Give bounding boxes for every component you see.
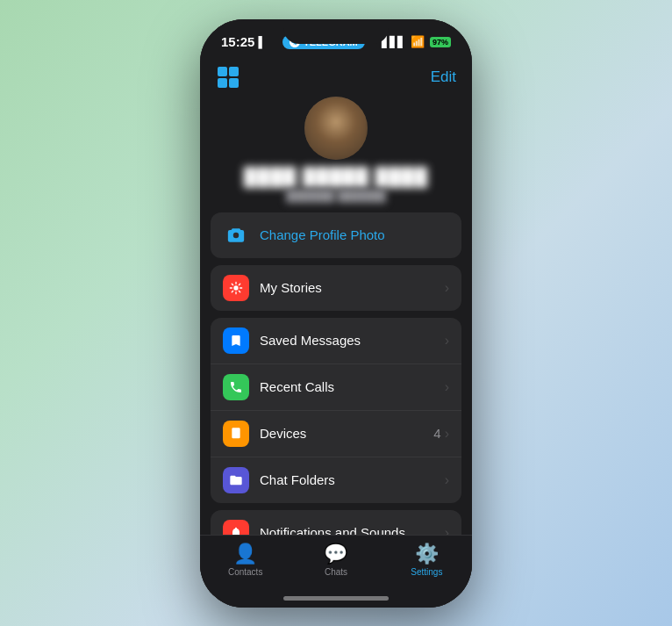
chat-folders-item[interactable]: Chat Folders › — [211, 457, 461, 503]
profile-phone: ██████ ██████ — [286, 189, 386, 202]
devices-badge: 4 — [433, 426, 440, 441]
contacts-icon: 👤 — [233, 543, 257, 565]
svg-point-2 — [235, 435, 236, 436]
settings-icon: ⚙️ — [415, 543, 439, 565]
notifications-label: Notifications and Sounds — [260, 525, 445, 535]
recent-calls-item[interactable]: Recent Calls › — [211, 364, 461, 411]
edit-button[interactable]: Edit — [431, 68, 456, 86]
profile-section: ████ █████ ████ ██████ ██████ — [200, 90, 472, 212]
phone-screen: 15:25 ▌ TELEGRAM ▋▋▋ 📶 97% — [200, 19, 472, 608]
notifications-item[interactable]: Notifications and Sounds › — [211, 510, 461, 535]
devices-label: Devices — [260, 426, 433, 441]
chats-icon: 💬 — [324, 543, 347, 565]
tab-settings[interactable]: ⚙️ Settings — [382, 543, 472, 577]
saved-icon — [223, 327, 249, 354]
chat-folders-chevron: › — [445, 472, 449, 488]
notch — [283, 19, 389, 44]
phone-container: 👈 15:25 ▌ TELEGRAM ▋▋▋ 📶 97% — [200, 19, 472, 608]
qr-icon[interactable] — [216, 65, 240, 90]
camera-icon — [223, 222, 249, 248]
section-stories: My Stories › — [211, 265, 461, 311]
change-photo-label: Change Profile Photo — [260, 227, 385, 242]
my-stories-chevron: › — [445, 280, 449, 296]
calls-icon — [223, 374, 249, 400]
status-right: ▋▋▋ 📶 97% — [382, 35, 451, 48]
recent-calls-label: Recent Calls — [260, 379, 445, 394]
notifications-icon — [223, 520, 249, 535]
saved-messages-item[interactable]: Saved Messages › — [211, 318, 461, 364]
sim-icon: ▌ — [258, 36, 266, 48]
section-settings: Notifications and Sounds › Privacy and S… — [211, 510, 461, 535]
chats-label: Chats — [325, 567, 347, 577]
recent-calls-chevron: › — [445, 379, 449, 395]
devices-chevron: › — [445, 426, 449, 442]
header: Edit — [200, 58, 472, 90]
settings-label: Settings — [411, 567, 442, 577]
my-stories-label: My Stories — [260, 280, 445, 295]
tab-chats[interactable]: 💬 Chats — [290, 543, 381, 577]
notifications-chevron: › — [445, 525, 449, 535]
contacts-label: Contacts — [228, 567, 262, 577]
saved-chevron: › — [445, 333, 449, 349]
folders-icon — [223, 467, 249, 493]
my-stories-item[interactable]: My Stories › — [211, 265, 461, 311]
wifi-icon: 📶 — [411, 35, 425, 48]
avatar — [304, 97, 368, 160]
devices-icon — [223, 421, 249, 447]
profile-name: ████ █████ ████ — [244, 167, 428, 187]
status-time: 15:25 ▌ — [221, 34, 266, 49]
menu-sections: Change Profile Photo My Stories › — [200, 212, 472, 535]
stories-icon — [223, 275, 249, 301]
home-indicator — [283, 596, 389, 601]
section-main-menu: Saved Messages › Recent Calls › — [211, 318, 461, 503]
tab-contacts[interactable]: 👤 Contacts — [200, 543, 290, 577]
svg-point-0 — [233, 285, 238, 290]
devices-item[interactable]: Devices 4 › — [211, 411, 461, 457]
saved-messages-label: Saved Messages — [260, 333, 445, 348]
change-photo-item[interactable]: Change Profile Photo — [211, 212, 461, 258]
section-profile-actions: Change Profile Photo — [211, 212, 461, 258]
battery-indicator: 97% — [430, 37, 451, 47]
chat-folders-label: Chat Folders — [260, 472, 445, 487]
